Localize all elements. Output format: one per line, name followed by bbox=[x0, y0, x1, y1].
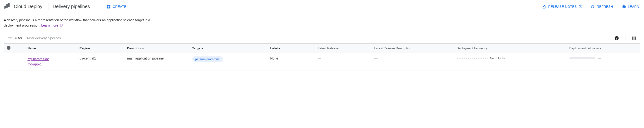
labels-cell: None bbox=[267, 53, 315, 70]
column-region[interactable]: Region bbox=[77, 44, 124, 53]
deploy-frequency-cell: No rollouts bbox=[454, 53, 567, 70]
failure-bar bbox=[569, 57, 596, 59]
header-divider bbox=[48, 3, 49, 10]
column-latest-release[interactable]: Latest Release bbox=[315, 44, 372, 53]
product-name: Cloud Deploy bbox=[14, 4, 42, 9]
select-all-circle[interactable] bbox=[7, 46, 10, 50]
column-select[interactable] bbox=[4, 44, 24, 53]
svg-rect-0 bbox=[4, 5, 6, 8]
column-latest-release-desc[interactable]: Latest Release Description bbox=[372, 44, 454, 53]
deploy-failure-cell: — bbox=[566, 53, 640, 70]
table-row: my-params-demo-app-1 us-central1 main ap… bbox=[4, 53, 640, 70]
column-description[interactable]: Description bbox=[124, 44, 189, 53]
page-title: Delivery pipelines bbox=[52, 4, 90, 9]
learn-button[interactable]: LEARN bbox=[621, 3, 640, 10]
cloud-deploy-logo-icon bbox=[4, 3, 10, 10]
frequency-sparkline bbox=[457, 58, 488, 59]
add-box-icon bbox=[106, 4, 111, 9]
filter-bar: Filter bbox=[4, 33, 640, 44]
filter-input[interactable] bbox=[25, 35, 120, 41]
latest-release-cell: — bbox=[315, 53, 372, 70]
header-actions: RELEASE NOTES REFRESH LEARN bbox=[541, 3, 640, 10]
filter-label: Filter bbox=[8, 36, 22, 41]
column-targets[interactable]: Targets bbox=[190, 44, 268, 53]
latest-release-desc-cell: — bbox=[372, 53, 454, 70]
document-icon bbox=[542, 4, 546, 9]
svg-rect-1 bbox=[6, 4, 8, 8]
refresh-button[interactable]: REFRESH bbox=[590, 3, 614, 10]
open-in-new-icon bbox=[60, 24, 63, 27]
pipelines-table: Name ↑ Region Description Targets Labels… bbox=[4, 44, 640, 70]
column-labels[interactable]: Labels bbox=[267, 44, 315, 53]
description-cell: main application pipeline bbox=[124, 53, 189, 70]
table-header-row: Name ↑ Region Description Targets Labels… bbox=[4, 44, 640, 53]
filter-list-icon bbox=[8, 36, 12, 41]
release-notes-button[interactable]: RELEASE NOTES bbox=[541, 3, 583, 10]
open-in-new-icon bbox=[578, 5, 582, 8]
column-deploy-failure[interactable]: Deployment failure rate bbox=[566, 44, 640, 53]
sort-asc-icon: ↑ bbox=[38, 47, 40, 50]
region-cell: us-central1 bbox=[77, 53, 124, 70]
table-toolbar bbox=[614, 35, 636, 41]
logo-area: Cloud Deploy bbox=[4, 3, 47, 10]
targets-cell: params-prod-multi bbox=[190, 53, 268, 70]
column-name[interactable]: Name ↑ bbox=[24, 44, 77, 53]
intro-text: A delivery pipeline is a representation … bbox=[0, 13, 162, 31]
target-chip[interactable]: params-prod-multi bbox=[192, 57, 223, 62]
graduation-cap-icon bbox=[622, 4, 626, 9]
help-icon[interactable] bbox=[614, 36, 619, 41]
refresh-icon bbox=[590, 4, 595, 9]
app-header: Cloud Deploy Delivery pipelines CREATE R… bbox=[0, 0, 644, 13]
learn-more-link[interactable]: Learn more bbox=[41, 23, 62, 27]
toolbar-divider bbox=[625, 35, 626, 41]
column-deploy-frequency[interactable]: Deployment frequency bbox=[454, 44, 567, 53]
view-columns-icon[interactable] bbox=[632, 36, 636, 41]
svg-rect-2 bbox=[8, 3, 10, 7]
pipeline-name-link[interactable]: my-params-demo-app-1 bbox=[27, 57, 51, 67]
create-button[interactable]: CREATE bbox=[105, 3, 127, 10]
row-select-cell[interactable] bbox=[4, 53, 24, 70]
